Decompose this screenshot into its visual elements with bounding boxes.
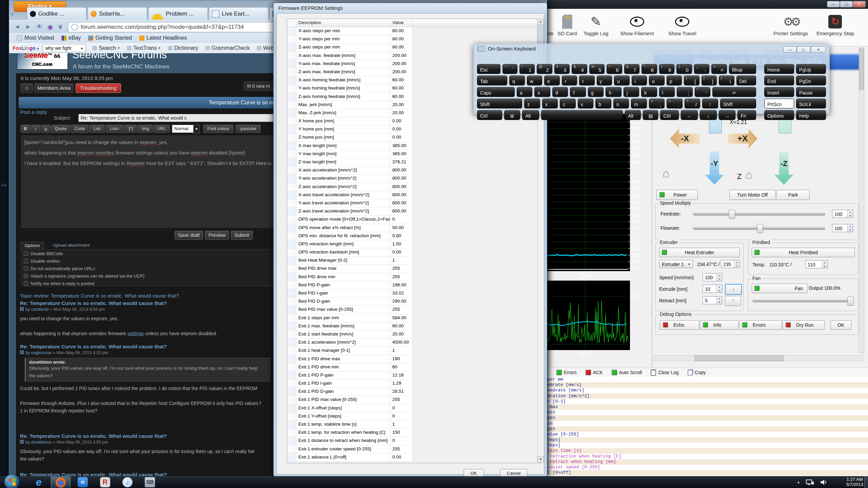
cell-value[interactable]: 376.21 <box>390 158 413 166</box>
key-1[interactable]: !1 <box>519 64 535 74</box>
key-esc[interactable]: Esc <box>477 64 500 74</box>
tab-options[interactable]: Options <box>21 242 44 249</box>
taskbar-on-screen-keyboard[interactable]: ⌨ <box>140 476 159 488</box>
heat-printbed-button[interactable]: Heat Printbed <box>752 248 855 257</box>
key-tab[interactable]: Tab <box>477 76 507 85</box>
volume-icon[interactable] <box>820 479 828 486</box>
key-sym[interactable]: {[ <box>684 76 699 85</box>
table-row[interactable]: Extr.1 PID D-gain28.51 <box>287 388 541 396</box>
key-end[interactable]: End <box>764 76 794 85</box>
retract-button[interactable]: ↑ <box>725 296 741 306</box>
checkbox[interactable] <box>24 281 28 286</box>
checkbox[interactable]: ✓ <box>24 274 28 278</box>
table-row[interactable]: OPS retraction backlash [mm]0.00 <box>287 248 541 257</box>
cell-value[interactable]: 196.00 <box>390 281 413 289</box>
key-3[interactable]: #3 <box>554 64 570 74</box>
taskbar-itunes[interactable]: ♪ <box>118 476 137 488</box>
table-row[interactable]: Bed Heat Manager [0-2]1 <box>287 257 541 265</box>
table-row[interactable]: Extr.1 X-offset [steps]0 <box>287 404 541 412</box>
cell-value[interactable]: 20.00 <box>390 109 413 117</box>
key-sym[interactable]: → <box>719 110 736 120</box>
post-author-link[interactable]: cambo3d <box>31 307 48 312</box>
key-caps[interactable]: Caps <box>477 87 515 97</box>
key-shift[interactable]: Shift <box>720 99 756 108</box>
tab-scroll-left-icon[interactable]: ‹ <box>11 10 14 18</box>
eye-addon-icon[interactable]: 👁 <box>36 23 43 30</box>
post-reply-link[interactable]: Post a reply <box>20 109 47 115</box>
horizontal-scrollbar[interactable] <box>654 355 863 361</box>
flowrate-slider-thumb[interactable] <box>757 224 763 233</box>
heat-extruder-button[interactable]: Heat Extruder <box>659 248 740 257</box>
editor-button-b[interactable]: B <box>21 125 30 133</box>
home-button[interactable]: ⌂ <box>21 83 33 93</box>
cell-value[interactable]: 365.00 <box>390 150 413 158</box>
key-bksp[interactable]: Bksp <box>729 64 756 74</box>
key-del[interactable]: Del <box>736 76 756 85</box>
key-a[interactable]: a <box>517 87 532 97</box>
cell-value[interactable]: 150 <box>390 429 413 437</box>
editor-button-u[interactable]: u <box>41 125 51 133</box>
subject-input[interactable]: Re: Temperature Curve is so erratic. Wha… <box>78 114 284 122</box>
scroll-down-icon[interactable]: ▼ <box>537 456 544 463</box>
column-value[interactable]: Value <box>390 19 413 27</box>
key-sym[interactable]: ⊞ <box>504 110 520 120</box>
cell-value[interactable]: 255 <box>390 306 413 314</box>
key-e[interactable]: e <box>544 76 560 85</box>
osk-minimize-button[interactable]: — <box>783 46 797 53</box>
cell-value[interactable]: 0.00 <box>390 125 413 134</box>
cell-value[interactable]: 255 <box>390 265 413 273</box>
youtube-button[interactable]: youtube <box>236 125 261 133</box>
message-textarea[interactable]: [quote="cambo3d"]you need to change the … <box>21 135 280 228</box>
browser-tab[interactable]: Godlike ... <box>27 7 86 20</box>
key-sym[interactable]: <, <box>649 99 665 108</box>
table-row[interactable]: Extr.1 PID I-gain1.29 <box>287 380 541 388</box>
table-row[interactable]: Extr.1 max. feedrate [mm/s]60.00 <box>287 322 541 330</box>
toolbar-toggle-log[interactable]: ✎Toggle Log <box>584 13 608 36</box>
key-help[interactable]: Help <box>796 110 826 120</box>
table-row[interactable]: Extr.1 PID P-gain12.16 <box>287 371 541 380</box>
extruder-temp-spinner[interactable]: 235▲▼ <box>721 260 740 268</box>
table-row[interactable]: Extr.1 start feedrate [mm/s]20.00 <box>287 330 541 339</box>
back-icon[interactable]: ◄ <box>14 23 20 30</box>
post-title-link[interactable]: Re: Temperature Curve is so erratic. Wha… <box>20 344 278 349</box>
flowrate-slider[interactable] <box>693 227 825 230</box>
debug-dry-run-button[interactable]: Dry Run <box>783 320 825 330</box>
key-space[interactable] <box>541 110 623 120</box>
key-pause[interactable]: Pause <box>796 87 826 97</box>
key-7[interactable]: &7 <box>624 64 640 74</box>
cell-value[interactable]: 290.00 <box>390 298 413 306</box>
table-row[interactable]: Extr.1 PID max value [0-255]255 <box>287 396 541 404</box>
bookmark-item[interactable]: eBay <box>61 35 81 41</box>
font-size-select[interactable]: Normal <box>172 125 196 133</box>
osk-close-button[interactable]: ✕ <box>811 46 826 53</box>
toolbar-sd-card[interactable]: SD Card <box>557 13 577 36</box>
scroll-up-icon[interactable]: ▲ <box>537 19 544 25</box>
cell-value[interactable]: 80.00 <box>390 27 413 35</box>
editor-button-i[interactable]: i <box>31 125 40 133</box>
save-draft-button[interactable]: Save draft <box>175 231 203 240</box>
key-w[interactable]: w <box>527 76 542 85</box>
checkbox[interactable] <box>24 259 28 263</box>
osk-maximize-button[interactable]: ▢ <box>797 46 810 53</box>
key-sym[interactable]: _- <box>694 64 710 74</box>
key-o[interactable]: o <box>649 76 665 85</box>
cell-value[interactable]: 800.00 <box>390 175 413 183</box>
cell-value[interactable]: 0.80 <box>390 232 413 240</box>
column-description[interactable]: Description <box>296 19 390 27</box>
key-sym[interactable]: :; <box>677 87 692 97</box>
editor-button-code[interactable]: Code <box>71 125 88 133</box>
jog-plus-x-button[interactable]: +X <box>728 129 757 148</box>
osk-titlebar[interactable]: On-Screen Keyboard <box>478 46 536 52</box>
taskbar-repetier[interactable]: R <box>96 476 115 488</box>
table-row[interactable]: X-axis acceleration [mm/s^2]800.00 <box>287 166 541 175</box>
cell-value[interactable]: 800.00 <box>390 199 413 207</box>
browser-tab[interactable]: Live Eart... <box>209 7 269 20</box>
table-row[interactable]: OPS min. distance for fil. retraction [m… <box>287 232 541 240</box>
share-addon-icon[interactable]: ❦ <box>58 23 63 31</box>
cell-value[interactable]: 0.00 <box>390 134 413 142</box>
toolbar-show-travel[interactable]: Show Travel <box>668 13 696 36</box>
extrude-speed-spinner[interactable]: 100▲▼ <box>703 273 722 281</box>
tab-upload-attachment[interactable]: Upload attachment <box>46 242 97 249</box>
key-c[interactable]: c <box>560 99 575 108</box>
table-row[interactable]: Extr.1 advance L [0=off]0.00 <box>287 453 541 462</box>
